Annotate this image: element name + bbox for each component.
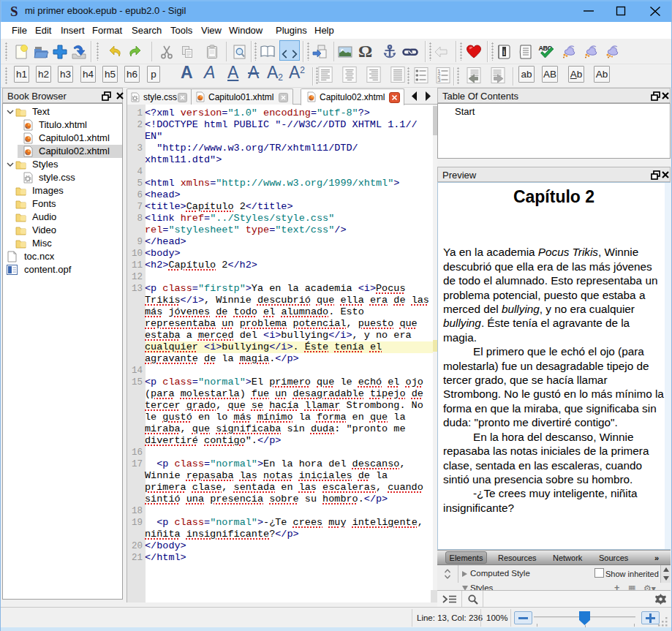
svg-text:3: 3: [437, 77, 440, 83]
svg-text:i: i: [503, 48, 505, 56]
